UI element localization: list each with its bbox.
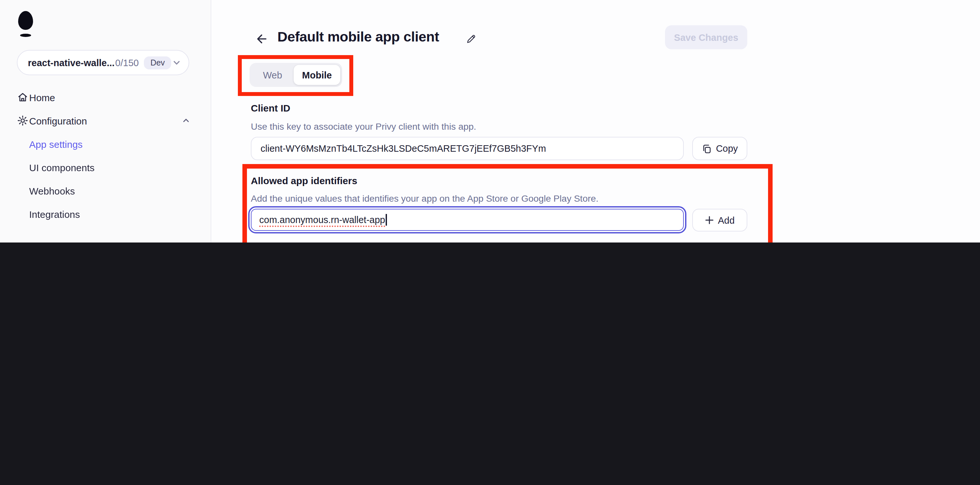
sidebar-item-label: Configuration	[29, 115, 87, 126]
page-title: Default mobile app client	[277, 29, 439, 45]
app-identifier-input[interactable]: com.anonymous.rn-wallet-app	[251, 209, 684, 231]
client-id-input[interactable]	[251, 137, 684, 160]
copy-icon	[702, 144, 711, 153]
copy-label: Copy	[716, 143, 738, 154]
text-caret	[386, 214, 387, 226]
app-identifier-value: com.anonymous.rn-wallet-app	[259, 215, 385, 225]
tab-web[interactable]: Web	[251, 70, 294, 80]
sidebar-item-label: Webhooks	[29, 185, 75, 196]
edit-pencil-icon[interactable]	[465, 33, 477, 45]
sidebar: react-native-walle... 0/150 Dev Home Con…	[0, 0, 211, 242]
sidebar-nav: Home Configuration App settings UI compo…	[0, 86, 211, 242]
add-identifier-button[interactable]: Add	[692, 209, 747, 231]
sidebar-item-app-settings[interactable]: App settings	[0, 132, 211, 156]
sidebar-item-configuration[interactable]: Configuration	[0, 109, 211, 132]
project-selector[interactable]: react-native-walle... 0/150 Dev	[17, 50, 189, 75]
plus-icon	[705, 216, 713, 224]
chevron-down-icon	[172, 58, 181, 67]
wallet-icon	[17, 242, 29, 242]
sidebar-item-label: UI components	[29, 162, 95, 173]
gear-icon	[17, 115, 29, 126]
app-identifiers-label: Allowed app identifiers	[251, 175, 357, 186]
project-name: react-native-walle...	[28, 57, 115, 68]
sidebar-item-label: Wallet infrastructure	[29, 242, 115, 242]
client-id-label: Client ID	[251, 102, 290, 113]
back-button[interactable]	[254, 32, 268, 46]
env-badge: Dev	[144, 56, 171, 69]
tab-mobile[interactable]: Mobile	[294, 65, 340, 85]
app-identifier-input-focus-ring: com.anonymous.rn-wallet-app	[248, 206, 686, 233]
add-label: Add	[718, 215, 735, 225]
platform-tabs: Web Mobile	[250, 63, 342, 87]
sidebar-item-ui-components[interactable]: UI components	[0, 156, 211, 179]
copy-button[interactable]: Copy	[692, 137, 747, 160]
sidebar-item-integrations[interactable]: Integrations	[0, 202, 211, 226]
sidebar-item-home[interactable]: Home	[0, 86, 211, 109]
app-identifiers-description: Add the unique values that identifies yo…	[251, 193, 598, 204]
client-id-description: Use this key to associate your Privy cli…	[251, 121, 476, 132]
sidebar-item-webhooks[interactable]: Webhooks	[0, 179, 211, 202]
privy-logo-dot	[20, 34, 31, 37]
sidebar-item-label: App settings	[29, 139, 83, 150]
sidebar-item-wallet-infrastructure[interactable]: Wallet infrastructure	[0, 236, 211, 242]
home-icon	[17, 91, 29, 103]
chevron-up-icon[interactable]	[182, 117, 190, 124]
app-window: react-native-walle... 0/150 Dev Home Con…	[0, 0, 980, 242]
save-changes-button[interactable]: Save Changes	[665, 25, 747, 49]
sidebar-item-label: Integrations	[29, 209, 80, 220]
privy-logo	[18, 11, 33, 30]
main-content: Default mobile app client Save Changes W…	[211, 0, 980, 242]
project-usage: 0/150	[115, 57, 139, 68]
sidebar-item-label: Home	[29, 92, 55, 103]
